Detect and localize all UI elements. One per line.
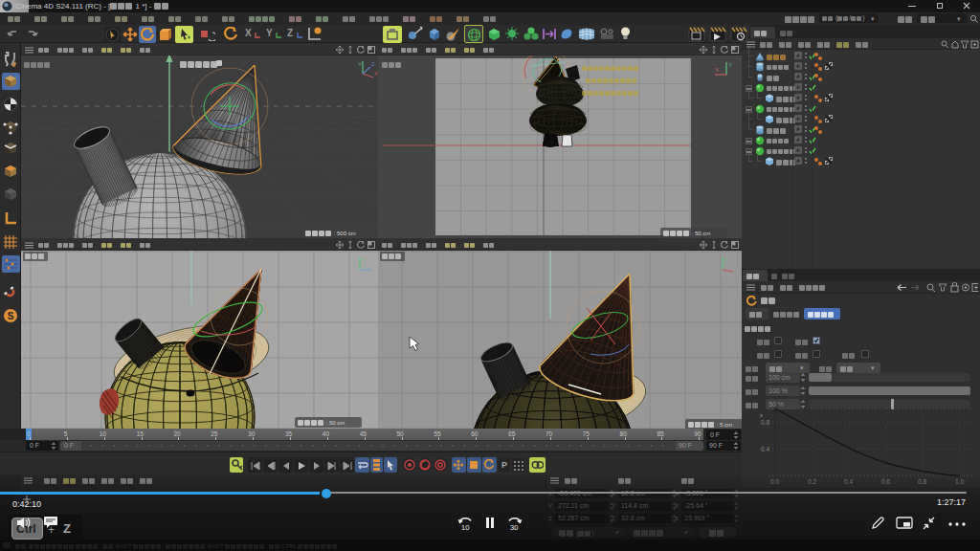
svg-text:0.0: 0.0 (770, 478, 779, 485)
svg-text:0.8: 0.8 (761, 419, 769, 426)
svg-text:Z: Z (371, 61, 375, 67)
svg-text:Y: Y (728, 62, 732, 68)
svg-text:0.6: 0.6 (881, 478, 890, 485)
svg-text:Y: Y (358, 61, 362, 67)
svg-text:Y: Y (362, 257, 366, 263)
svg-text:0.2: 0.2 (808, 478, 816, 485)
svg-text:30: 30 (510, 523, 518, 531)
svg-text:Y: Y (724, 257, 728, 263)
svg-text:S: S (8, 311, 14, 321)
svg-text:X: X (715, 67, 719, 73)
svg-text:10: 10 (461, 523, 469, 531)
svg-text:0.4: 0.4 (761, 446, 769, 452)
svg-text:0.8: 0.8 (918, 478, 926, 485)
svg-text:0.4: 0.4 (844, 478, 853, 485)
svg-text:1.0: 1.0 (955, 478, 964, 485)
